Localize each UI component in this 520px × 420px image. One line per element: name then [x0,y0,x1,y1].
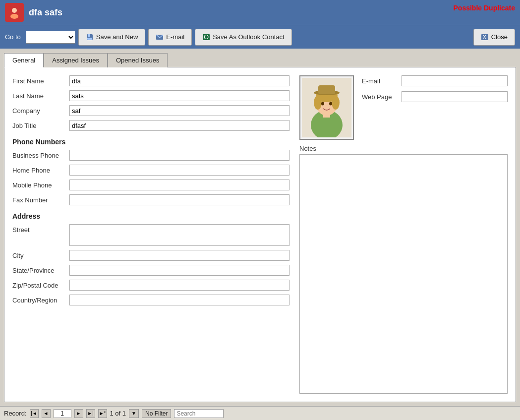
email-label: E-mail [166,33,184,41]
job-title-label: Job Title [12,122,69,129]
search-input[interactable] [174,409,224,418]
tab-general[interactable]: General [4,53,44,67]
svg-rect-4 [88,34,90,37]
nav-first-button[interactable]: |◄ [30,409,39,418]
notes-label: Notes [299,145,508,152]
status-bar: Record: |◄ ◄ ► ►| ►* 1 of 1 ▼ No Filter [0,406,520,420]
goto-select[interactable] [26,31,75,44]
city-row: City [12,250,289,261]
right-column: E-mail Web Page Notes [299,75,508,394]
country-label: Country/Region [12,297,69,304]
home-phone-row: Home Phone [12,165,289,176]
goto-label: Go to [5,33,21,41]
possible-duplicate-badge: Possible Duplicate [454,4,515,12]
webpage-label: Web Page [362,93,402,101]
webpage-row: Web Page [362,91,508,102]
last-name-label: Last Name [12,92,69,100]
svg-point-19 [329,102,332,106]
mobile-phone-input[interactable] [69,180,289,190]
street-input[interactable] [69,224,289,246]
company-input[interactable] [69,105,289,116]
business-phone-row: Business Phone [12,150,289,161]
svg-point-2 [10,14,18,19]
photo-placeholder [300,76,353,139]
last-name-input[interactable] [69,90,289,101]
tab-assigned-issues[interactable]: Assigned Issues [44,53,108,67]
webpage-input[interactable] [402,91,508,102]
first-name-label: First Name [12,77,69,85]
street-label: Street [12,224,69,234]
photo-section: E-mail Web Page [299,75,508,140]
job-title-input[interactable] [69,120,289,131]
svg-text:X: X [482,33,487,41]
record-total: 1 of 1 [110,410,126,417]
save-new-button[interactable]: Save and New [78,29,146,46]
save-outlook-label: Save As Outlook Contact [213,33,285,41]
title-bar: dfa safs Possible Duplicate [0,0,520,25]
tab-opened-issues[interactable]: Opened Issues [108,53,168,67]
mobile-phone-label: Mobile Phone [12,181,69,189]
svg-point-1 [12,8,17,13]
phone-section-header: Phone Numbers [12,138,289,146]
notes-section: Notes [299,145,508,394]
state-label: State/Province [12,267,69,274]
email-label: E-mail [362,77,402,85]
svg-point-17 [332,96,340,110]
city-label: City [12,252,69,259]
zip-row: Zip/Postal Code [12,280,289,291]
mobile-phone-row: Mobile Phone [12,180,289,190]
nav-next-button[interactable]: ► [74,409,83,418]
state-row: State/Province [12,265,289,276]
zip-input[interactable] [69,280,289,291]
main-content: General Assigned Issues Opened Issues Fi… [0,49,520,406]
window-title: dfa safs [29,7,62,18]
svg-rect-5 [87,38,92,40]
first-name-input[interactable] [69,75,289,86]
record-label: Record: [4,410,27,417]
city-input[interactable] [69,250,289,261]
close-button[interactable]: X Close [473,29,515,46]
email-input[interactable] [402,75,508,86]
business-phone-input[interactable] [69,150,289,161]
no-filter-label: No Filter [142,409,171,418]
tabs: General Assigned Issues Opened Issues [4,53,516,67]
record-number-input[interactable] [54,409,71,418]
zip-label: Zip/Postal Code [12,282,69,289]
home-phone-input[interactable] [69,165,289,176]
company-label: Company [12,107,69,115]
email-button[interactable]: E-mail [148,29,192,46]
app-icon [5,3,24,22]
nav-last-button[interactable]: ►| [86,409,95,418]
save-new-label: Save and New [96,33,138,41]
svg-rect-21 [318,85,335,94]
fax-number-row: Fax Number [12,194,289,205]
notes-textarea[interactable] [299,154,508,394]
home-phone-label: Home Phone [12,167,69,174]
job-title-row: Job Title [12,120,289,131]
nav-new-button[interactable]: ►* [98,409,107,418]
street-row: Street [12,224,289,246]
country-input[interactable] [69,295,289,305]
nav-prev-button[interactable]: ◄ [42,409,51,418]
svg-point-18 [321,102,324,106]
save-outlook-button[interactable]: O Save As Outlook Contact [195,29,292,46]
close-label: Close [491,33,508,41]
company-row: Company [12,105,289,116]
svg-text:O: O [204,33,209,41]
left-column: First Name Last Name Company Job Title P… [12,75,289,394]
business-phone-label: Business Phone [12,152,69,159]
address-section-header: Address [12,212,289,220]
toolbar: Go to Save and New E-mail O Save As Outl… [0,25,520,49]
form-panel: First Name Last Name Company Job Title P… [4,67,516,402]
fax-number-label: Fax Number [12,196,69,204]
contact-photo[interactable] [299,75,354,140]
email-row: E-mail [362,75,508,86]
state-input[interactable] [69,265,289,276]
svg-point-16 [314,96,322,110]
first-name-row: First Name [12,75,289,86]
right-contact-fields: E-mail Web Page [362,75,508,107]
fax-number-input[interactable] [69,194,289,205]
filter-toggle-button[interactable]: ▼ [129,409,139,418]
country-row: Country/Region [12,295,289,305]
last-name-row: Last Name [12,90,289,101]
